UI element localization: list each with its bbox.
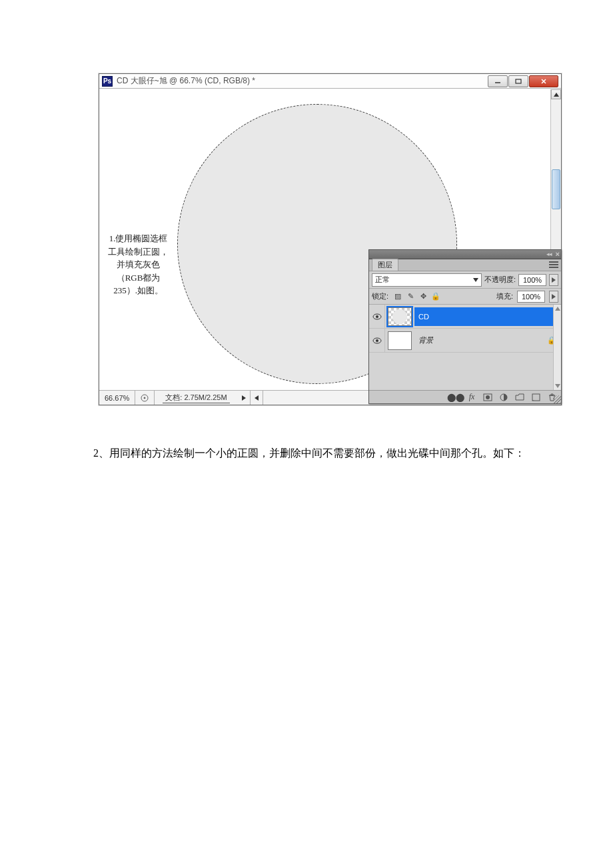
visibility-toggle[interactable]	[369, 305, 385, 328]
hscroll-left-button[interactable]	[251, 391, 263, 405]
visibility-toggle[interactable]	[369, 329, 385, 352]
instruction-annotation: 1.使用椭圆选框工具绘制正圆，并填充灰色（RGB都为235）.如图。	[107, 232, 170, 297]
fill-input[interactable]: 100%	[517, 291, 545, 303]
svg-point-5	[376, 315, 378, 318]
lock-position-icon[interactable]: ✥	[418, 291, 428, 302]
layer-thumbnail[interactable]	[388, 331, 412, 350]
blend-mode-select[interactable]: 正常	[372, 273, 482, 287]
opacity-input[interactable]: 100%	[518, 274, 546, 286]
lock-pixels-icon[interactable]: ✎	[405, 291, 416, 302]
svg-point-7	[376, 339, 378, 342]
window-title: CD 大眼仔~旭 @ 66.7% (CD, RGB/8) *	[117, 75, 487, 87]
fill-slider-button[interactable]	[549, 291, 558, 303]
panel-menu-icon[interactable]	[549, 261, 558, 268]
zoom-level[interactable]: 66.67%	[99, 391, 135, 405]
layer-row[interactable]: CD	[369, 305, 561, 329]
fill-label: 填充:	[496, 291, 513, 301]
doc-info-button[interactable]	[135, 391, 155, 405]
body-paragraph: 2、用同样的方法绘制一个小的正圆，并删除中间不需要部份，做出光碟中间那个孔。如下…	[72, 445, 538, 461]
lock-all-icon[interactable]: 🔒	[430, 291, 441, 302]
svg-point-9	[486, 395, 490, 399]
lock-fill-row: 锁定: ▨ ✎ ✥ 🔒 填充: 100%	[369, 289, 561, 305]
close-button[interactable]	[529, 75, 558, 87]
group-icon[interactable]	[514, 393, 525, 402]
layer-thumbnail[interactable]	[388, 307, 412, 326]
layers-panel: ◂◂ × 图层 正常 不透明度: 100% 锁定: ▨ ✎	[368, 249, 562, 404]
opacity-slider-button[interactable]	[549, 274, 558, 286]
panel-footer: ⬤⬤ fx	[369, 390, 561, 403]
app-icon: Ps	[102, 76, 113, 87]
screenshot-figure: Ps CD 大眼仔~旭 @ 66.7% (CD, RGB/8) *	[99, 73, 562, 405]
layers-tab[interactable]: 图层	[372, 259, 398, 271]
scroll-up-button[interactable]	[551, 89, 561, 99]
resize-grip[interactable]	[553, 395, 561, 403]
layers-scrollbar[interactable]	[553, 305, 561, 390]
layer-style-icon[interactable]: fx	[466, 393, 477, 402]
blend-mode-value: 正常	[375, 275, 390, 285]
maximize-button[interactable]	[508, 75, 528, 87]
scroll-up-icon[interactable]	[554, 305, 561, 313]
doc-size-value: 2.75M/2.25M	[184, 393, 227, 401]
scroll-thumb[interactable]	[552, 169, 560, 209]
minimize-button[interactable]	[488, 75, 508, 87]
svg-rect-1	[516, 79, 521, 83]
new-layer-icon[interactable]	[530, 393, 541, 402]
svg-point-3	[144, 397, 146, 399]
panel-collapse-icon[interactable]: ◂◂	[546, 251, 552, 257]
layer-row[interactable]: 背景 🔒	[369, 329, 561, 353]
panel-grip[interactable]: ◂◂ ×	[369, 250, 561, 259]
layer-name[interactable]: 背景	[414, 331, 545, 350]
lock-label: 锁定:	[372, 291, 388, 301]
chevron-down-icon	[473, 278, 478, 282]
layers-list: CD 背景 🔒	[369, 305, 561, 390]
doc-size-label: 文档:	[165, 393, 182, 401]
blend-opacity-row: 正常 不透明度: 100%	[369, 271, 561, 289]
adjustment-layer-icon[interactable]	[498, 393, 509, 402]
layer-mask-icon[interactable]	[482, 393, 493, 402]
svg-rect-11	[532, 394, 540, 401]
opacity-label: 不透明度:	[484, 275, 516, 285]
panel-close-icon[interactable]: ×	[556, 251, 560, 257]
panel-tabs: 图层	[369, 259, 561, 271]
scroll-down-icon[interactable]	[554, 382, 561, 390]
link-layers-icon[interactable]: ⬤⬤	[450, 393, 461, 402]
status-menu-button[interactable]	[238, 391, 251, 405]
lock-transparency-icon[interactable]: ▨	[392, 291, 403, 302]
titlebar: Ps CD 大眼仔~旭 @ 66.7% (CD, RGB/8) *	[99, 74, 561, 89]
layer-name[interactable]: CD	[414, 307, 561, 326]
